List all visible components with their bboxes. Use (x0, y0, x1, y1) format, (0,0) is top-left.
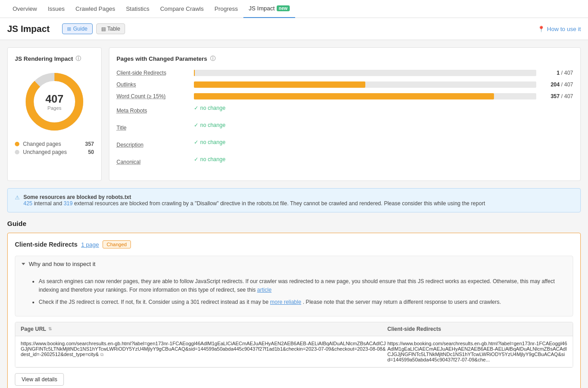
donut-info-icon: ⓘ (76, 55, 81, 63)
check-icon: ✓ (194, 139, 198, 145)
col-header-url: Page URL ⇅ (21, 326, 387, 332)
param-bar-fill-outlinks (194, 81, 365, 88)
param-bar-fill-word-count (194, 93, 494, 99)
guide-page-count[interactable]: 1 page (81, 241, 99, 248)
external-link-icon[interactable]: ⧉ (100, 352, 103, 357)
collapsible-header[interactable]: Why and how to inspect it (15, 256, 573, 272)
param-bar-outlinks (194, 81, 536, 88)
pages-changed-params-card: Pages with Changed Parameters ⓘ Client-s… (109, 47, 581, 181)
col-header-redirects: Client-side Redirects (387, 326, 567, 332)
no-change-canonical: ✓ no change (194, 156, 225, 162)
collapsible-why-inspect: Why and how to inspect it As search engi… (15, 256, 573, 316)
check-icon: ✓ (194, 105, 198, 111)
page-header: JS Impact ⊞ Guide ▤ Table 📍 How to use i… (0, 18, 588, 40)
param-row-description: Description ✓ no change (117, 139, 573, 151)
param-count-outlinks: 204 / 407 (542, 81, 573, 88)
guide-card: Client-side Redirects 1 page Changed Why… (7, 233, 581, 388)
nav-progress[interactable]: Progress (209, 0, 243, 18)
js-rendering-impact-card: JS Rendering Impact ⓘ 407 Pages (7, 47, 102, 181)
new-badge: new (277, 5, 290, 11)
param-count-client-side: 1 / 407 (542, 70, 573, 76)
param-row-title: Title ✓ no change (117, 122, 573, 134)
param-row-outlinks: Outlinks 204 / 407 (117, 81, 573, 88)
info-banner: ⚠ Some resources are blocked by robots.t… (7, 188, 581, 212)
param-bar-word-count (194, 93, 536, 99)
param-row-canonical: Canonical ✓ no change (117, 156, 573, 168)
param-label-client-side: Client-side Redirects (117, 70, 189, 76)
page-title: JS Impact (7, 24, 49, 34)
check-icon: ✓ (194, 122, 198, 128)
check-icon: ✓ (194, 156, 198, 162)
article-link[interactable]: article (257, 287, 272, 293)
legend-changed: Changed pages 357 (15, 141, 94, 147)
param-count-word-count: 357 / 407 (542, 93, 573, 99)
bullet-2: Check if the JS redirect is correct. If … (39, 298, 566, 307)
nav-issues[interactable]: Issues (42, 0, 70, 18)
nav-overview[interactable]: Overview (7, 0, 42, 18)
unchanged-value: 50 (88, 149, 94, 155)
param-label-description: Description (117, 142, 189, 148)
how-to-use-it[interactable]: 📍 How to use it (538, 26, 581, 32)
changed-value: 357 (85, 141, 94, 147)
bullet-1: As search engines can now render pages, … (39, 277, 566, 294)
nav-crawled-pages[interactable]: Crawled Pages (70, 0, 121, 18)
changed-dot (15, 142, 19, 146)
donut-legend: Changed pages 357 Unchanged pages 50 (15, 141, 94, 155)
param-row-word-count: Word Count (≥ 15%) 357 / 407 (117, 93, 573, 99)
param-label-word-count: Word Count (≥ 15%) (117, 93, 189, 99)
main-content: JS Rendering Impact ⓘ 407 Pages (0, 40, 588, 388)
grid-icon: ⊞ (67, 26, 71, 32)
sort-icon: ⇅ (48, 326, 52, 331)
param-label-meta-robots: Meta Robots (117, 108, 189, 114)
param-label-canonical: Canonical (117, 159, 189, 165)
changed-badge: Changed (103, 240, 131, 248)
param-bar-client-side (194, 70, 536, 76)
table-header: Page URL ⇅ Client-side Redirects (15, 322, 573, 336)
banner-link-319[interactable]: 319 (63, 200, 72, 207)
guide-view-button[interactable]: ⊞ Guide (62, 23, 92, 34)
collapsible-body: As search engines can now render pages, … (15, 272, 573, 316)
info-icon: 📍 (538, 26, 545, 32)
donut-center: 407 Pages (45, 93, 63, 111)
param-bar-fill-client-side (194, 70, 195, 76)
param-row-client-side: Client-side Redirects 1 / 407 (117, 70, 573, 76)
table-row: https://www.booking.com/searchresults.en… (15, 336, 573, 367)
donut-pages-label: Pages (45, 105, 63, 111)
guide-card-title: Client-side Redirects (15, 241, 77, 248)
guide-card-header: Client-side Redirects 1 page Changed (15, 240, 573, 248)
view-toggle: ⊞ Guide ▤ Table (62, 23, 125, 34)
legend-unchanged: Unchanged pages 50 (15, 149, 94, 155)
table-view-button[interactable]: ▤ Table (96, 23, 126, 34)
no-change-description: ✓ no change (194, 139, 225, 145)
params-card-title: Pages with Changed Parameters ⓘ (117, 55, 573, 63)
nav-statistics[interactable]: Statistics (121, 0, 155, 18)
donut-chart: 407 Pages (15, 68, 94, 135)
param-label-title: Title (117, 125, 189, 131)
chevron-down-icon (22, 263, 25, 265)
warning-icon: ⚠ (15, 194, 20, 201)
redirect-table: Page URL ⇅ Client-side Redirects https:/… (15, 322, 573, 368)
table-icon: ▤ (101, 26, 106, 32)
no-change-title: ✓ no change (194, 122, 225, 128)
donut-card-title: JS Rendering Impact ⓘ (15, 55, 94, 63)
top-section: JS Rendering Impact ⓘ 407 Pages (7, 47, 581, 181)
banner-link-425[interactable]: 425 (23, 200, 32, 207)
more-reliable-link[interactable]: more reliable (270, 299, 301, 305)
donut-count: 407 (45, 93, 63, 105)
row-redirect: https://www.booking.com/searchresults.en… (387, 341, 567, 362)
unchanged-dot (15, 150, 19, 154)
view-all-details-button[interactable]: View all details (15, 373, 64, 386)
no-change-meta-robots: ✓ no change (194, 105, 225, 111)
nav-compare-crawls[interactable]: Compare Crawls (155, 0, 209, 18)
banner-text: Some resources are blocked by robots.txt… (23, 194, 485, 207)
param-label-outlinks: Outlinks (117, 81, 189, 88)
row-url: https://www.booking.com/searchresults.en… (21, 341, 387, 362)
guide-section-title: Guide (7, 220, 581, 227)
nav-js-impact[interactable]: JS Impact new (243, 0, 295, 18)
params-info-icon: ⓘ (210, 55, 215, 63)
param-row-meta-robots: Meta Robots ✓ no change (117, 105, 573, 117)
top-navigation: Overview Issues Crawled Pages Statistics… (0, 0, 588, 18)
